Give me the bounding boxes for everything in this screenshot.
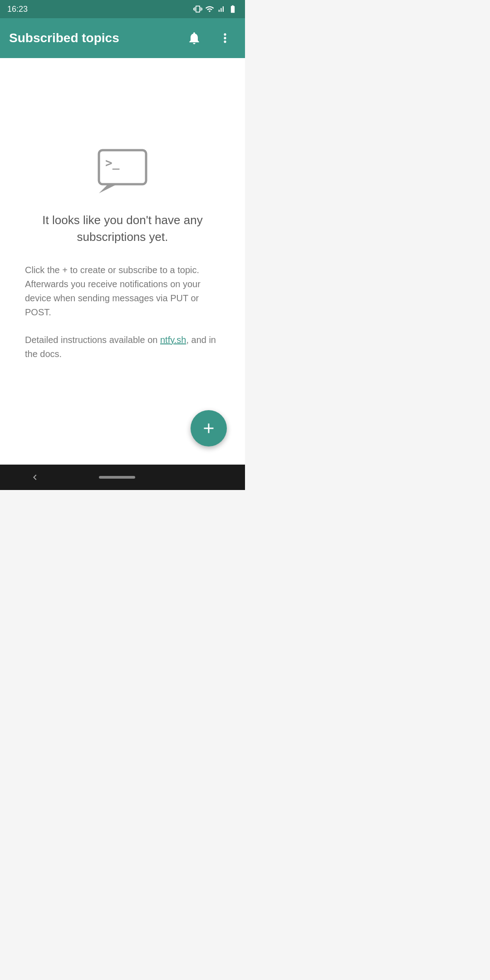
plus-icon: [201, 420, 217, 436]
more-options-button[interactable]: [214, 27, 236, 49]
status-icons: [193, 5, 238, 14]
battery-icon: [228, 5, 238, 14]
add-subscription-button[interactable]: [191, 410, 227, 446]
bottom-nav: [0, 465, 245, 490]
vibrate-icon: [193, 5, 202, 14]
app-bar-title: Subscribed topics: [9, 31, 119, 45]
status-bar: 16:23: [0, 0, 245, 18]
svg-text:>_: >_: [105, 156, 120, 170]
svg-marker-2: [99, 184, 117, 193]
app-bar: Subscribed topics: [0, 18, 245, 58]
more-vertical-icon: [218, 31, 232, 45]
empty-state-title: It looks like you don't have any subscri…: [25, 212, 220, 245]
back-button[interactable]: [29, 472, 40, 483]
empty-state-icon: >_: [95, 148, 150, 197]
wifi-icon: [205, 5, 214, 14]
home-indicator: [99, 476, 135, 479]
status-time: 16:23: [7, 5, 28, 14]
bell-icon: [187, 31, 201, 45]
notifications-button[interactable]: [183, 27, 205, 49]
empty-state-description2: Detailed instructions available on ntfy.…: [25, 333, 220, 361]
empty-state-description1: Click the + to create or subscribe to a …: [25, 263, 220, 319]
ntfy-sh-link[interactable]: ntfy.sh: [160, 335, 186, 345]
main-content: >_ It looks like you don't have any subs…: [0, 58, 245, 465]
app-bar-actions: [183, 27, 236, 49]
signal-icon: [217, 5, 225, 14]
description2-start: Detailed instructions available on: [25, 335, 160, 345]
terminal-speech-icon: >_: [95, 148, 150, 196]
back-icon: [29, 472, 40, 483]
